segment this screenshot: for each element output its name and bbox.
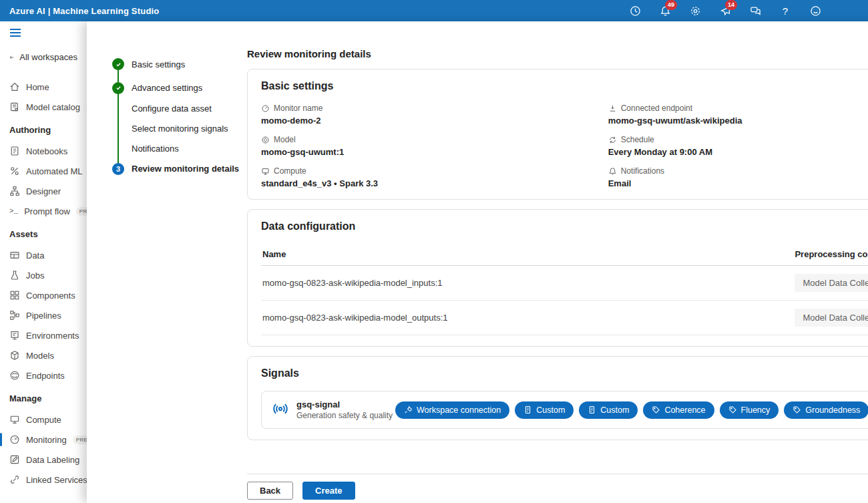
monitoring-icon	[9, 434, 20, 445]
sidebar-item-home[interactable]: Home	[0, 77, 87, 97]
substep-configure-data-asset[interactable]: Configure data asset	[112, 98, 240, 118]
notifications-icon	[608, 167, 617, 176]
model-catalog-icon	[9, 102, 20, 112]
step-label: Review monitoring details	[132, 164, 239, 174]
sidebar-item-label: Models	[26, 351, 54, 361]
field-label: Model	[274, 135, 296, 144]
help-icon[interactable]: ?	[779, 5, 791, 17]
tag-icon	[652, 405, 660, 414]
signal-subtitle: Generation safety & quality	[296, 411, 395, 420]
sidebar-item-label: Pipelines	[26, 311, 61, 321]
components-icon	[9, 290, 20, 301]
sidebar-item-data-labeling[interactable]: Data Labeling	[0, 450, 87, 470]
sidebar-section-manage: Manage	[0, 385, 87, 409]
step-advanced-settings[interactable]: Advanced settings	[112, 77, 240, 98]
step-number-badge: 3	[112, 163, 124, 175]
step-review-monitoring-details[interactable]: 3 Review monitoring details	[112, 158, 240, 179]
field-notifications: Notifications Email	[608, 166, 868, 188]
column-header-label: Preprocessing component	[795, 249, 868, 259]
step-basic-settings[interactable]: Basic settings	[112, 51, 240, 77]
signal-tags: Workspace connection Custom Custom	[395, 401, 868, 419]
data-asset-name: momo-gsq-0823-ask-wikipedia-model_output…	[261, 313, 795, 323]
data-configuration-card: Data configuration Edit Name Preprocessi…	[247, 209, 868, 347]
substep-select-monitoring-signals[interactable]: Select monitoring signals	[112, 118, 240, 138]
sidebar-item-prompt-flow[interactable]: >_ Prompt flow PREVIEW	[0, 201, 87, 221]
sidebar-item-designer[interactable]: Designer	[0, 181, 87, 201]
custom-metric-icon	[523, 405, 532, 414]
field-value: momo-gsq-uwumt:1	[261, 147, 608, 157]
sidebar-item-jobs[interactable]: Jobs	[0, 265, 87, 285]
back-button[interactable]: Back	[247, 482, 293, 500]
step-complete-check-icon	[112, 82, 124, 94]
tag-workspace-connection: Workspace connection	[395, 401, 509, 419]
sidebar-item-models[interactable]: Models	[0, 345, 87, 365]
column-header-preprocessing: Preprocessing component	[795, 249, 868, 259]
notifications-bell-icon[interactable]: 49	[659, 5, 671, 17]
tag-custom: Custom	[579, 401, 638, 419]
sidebar-item-compute[interactable]: Compute	[0, 409, 87, 430]
data-icon	[9, 250, 20, 261]
tag-label: Groundedness	[805, 405, 860, 415]
sidebar-item-label: Home	[26, 82, 49, 92]
sidebar-item-notebooks[interactable]: Notebooks	[0, 141, 87, 161]
field-value: Email	[608, 178, 868, 188]
menu-hamburger-icon[interactable]	[0, 25, 87, 47]
data-configuration-table: Name Preprocessing component momo-gsq-08…	[261, 244, 868, 335]
sidebar-item-label: Prompt flow	[24, 206, 70, 216]
basic-settings-title: Basic settings	[261, 79, 333, 92]
sidebar-item-pipelines[interactable]: Pipelines	[0, 305, 87, 325]
jobs-icon	[9, 270, 20, 281]
substep-notifications[interactable]: Notifications	[112, 138, 240, 158]
sidebar-item-model-catalog[interactable]: Model catalog PREVIEW	[0, 97, 87, 117]
wizard-stepper: Basic settings Advanced settings Configu…	[87, 21, 240, 503]
arrow-left-icon	[9, 53, 14, 62]
environments-icon	[9, 330, 20, 341]
field-model: Model momo-gsq-uwumt:1	[261, 135, 608, 157]
field-label: Schedule	[621, 135, 654, 144]
data-labeling-icon	[9, 454, 20, 465]
sidebar-section-authoring: Authoring	[0, 117, 87, 141]
model-icon	[261, 136, 270, 144]
data-asset-name: momo-gsq-0823-ask-wikipedia-model_inputs…	[261, 278, 795, 288]
preprocessing-component-value: Model Data Collector - Preprocessor	[795, 274, 868, 292]
step-complete-check-icon	[112, 58, 124, 70]
models-icon	[9, 350, 20, 361]
prompt-flow-icon: >_	[9, 207, 18, 215]
compute-icon	[9, 414, 20, 425]
sidebar-item-endpoints[interactable]: Endpoints	[0, 365, 87, 385]
review-content: Review monitoring details Basic settings…	[240, 21, 868, 503]
announcements-badge: 14	[725, 0, 737, 10]
smiley-icon[interactable]	[809, 5, 821, 17]
endpoints-icon	[9, 370, 20, 381]
signal-broadcast-icon	[272, 401, 288, 420]
sidebar-section-assets: Assets	[0, 221, 87, 245]
left-nav-sidebar: All workspaces Home Model catalog PREVIE…	[0, 21, 87, 503]
tag-coherence: Coherence	[643, 401, 714, 419]
field-label: Notifications	[621, 166, 664, 176]
notebooks-icon	[9, 146, 20, 156]
basic-settings-card: Basic settings Edit Monitor name momo-de…	[247, 69, 868, 200]
sidebar-item-environments[interactable]: Environments	[0, 325, 87, 345]
announcements-icon[interactable]: 14	[719, 5, 731, 17]
sidebar-item-automated-ml[interactable]: Automated ML	[0, 161, 87, 181]
custom-metric-icon	[588, 405, 596, 414]
signal-name: gsq-signal	[296, 399, 395, 409]
preview-badge: PREVIEW	[73, 436, 87, 444]
back-all-workspaces[interactable]: All workspaces	[0, 47, 87, 69]
sidebar-item-label: Designer	[26, 186, 61, 196]
clock-icon[interactable]	[629, 5, 641, 17]
field-value: Every Monday at 9:00 AM	[608, 147, 868, 157]
feedback-chat-icon[interactable]	[749, 5, 761, 17]
settings-gear-icon[interactable]	[689, 5, 701, 17]
sidebar-item-monitoring[interactable]: Monitoring PREVIEW	[0, 430, 87, 450]
sidebar-item-linked-services[interactable]: Linked Services	[0, 470, 87, 490]
sidebar-item-components[interactable]: Components	[0, 285, 87, 305]
create-button[interactable]: Create	[302, 482, 355, 500]
tag-custom: Custom	[515, 401, 574, 419]
tag-icon	[728, 405, 737, 414]
pipelines-icon	[9, 310, 20, 321]
page-title: Review monitoring details	[247, 48, 868, 59]
sidebar-item-label: Automated ML	[26, 166, 83, 176]
sidebar-item-data[interactable]: Data	[0, 245, 87, 265]
column-header-name: Name	[261, 249, 795, 259]
